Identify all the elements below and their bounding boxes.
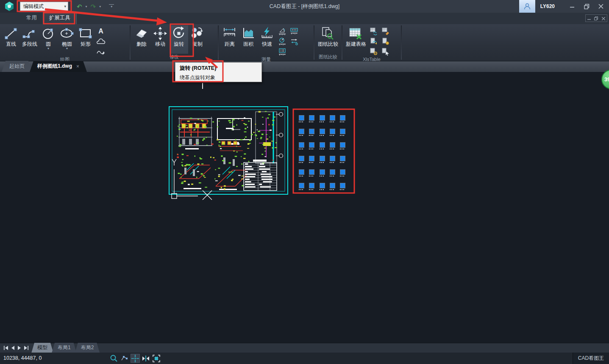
minimize-button[interactable] xyxy=(566,0,578,13)
block-square[interactable] xyxy=(330,183,335,188)
block-square[interactable] xyxy=(299,142,304,148)
status-polyline-icon[interactable] xyxy=(120,354,129,363)
line-button[interactable]: 直线 xyxy=(2,25,20,56)
first-tab-button[interactable] xyxy=(3,344,8,352)
block-square[interactable] xyxy=(320,142,325,148)
app-logo-icon[interactable] xyxy=(0,0,19,13)
block-square[interactable] xyxy=(299,183,304,188)
block-square[interactable] xyxy=(330,142,335,148)
rectangle-button[interactable]: 矩形 xyxy=(76,25,95,56)
status-selection-box-icon[interactable] xyxy=(152,354,161,363)
prev-tab-button[interactable] xyxy=(11,344,15,352)
copy-button[interactable]: 复制 xyxy=(188,25,207,54)
revision-cloud-button[interactable] xyxy=(96,37,106,46)
ribbon-tab-row: 常用 扩展工具 xyxy=(0,13,609,24)
area-button[interactable]: 面积 xyxy=(239,25,258,56)
doc-tab-startpage[interactable]: 起始页 xyxy=(2,61,32,72)
status-zoom-icon[interactable] xyxy=(109,354,119,363)
polyline-button[interactable]: 多段线 xyxy=(20,25,39,56)
block-square[interactable] xyxy=(340,129,345,134)
status-snap-icon[interactable] xyxy=(141,354,150,363)
convert-button[interactable] xyxy=(289,37,299,46)
block-square[interactable] xyxy=(299,169,304,175)
block-square[interactable] xyxy=(309,156,314,161)
angle-measure-button[interactable] xyxy=(277,27,287,36)
undo-button[interactable]: ↶ xyxy=(75,3,83,10)
distance-button[interactable]: 距离 xyxy=(220,25,239,56)
doc-tab-drawing[interactable]: 样例图纸1.dwg × xyxy=(30,61,87,72)
block-square[interactable] xyxy=(330,156,335,161)
block-square[interactable] xyxy=(340,156,345,161)
drawing-canvas[interactable] xyxy=(0,72,609,343)
block-square[interactable] xyxy=(330,169,335,175)
circle-button[interactable]: 圆 ▾ xyxy=(39,25,58,56)
block-square[interactable] xyxy=(320,156,325,161)
last-tab-button[interactable] xyxy=(24,344,29,352)
statusbar: 10238, 44487, 0 CAD看图王 xyxy=(0,353,609,364)
block-square[interactable] xyxy=(330,115,335,121)
erase-button[interactable]: 删除 xyxy=(132,25,151,54)
quick-measure-button[interactable]: 快速 xyxy=(258,25,276,56)
user-avatar-icon[interactable] xyxy=(519,0,535,13)
measure-list-button[interactable] xyxy=(277,47,287,56)
rotate-button[interactable]: 旋转 xyxy=(170,25,188,54)
ellipse-dropdown-icon[interactable]: ▾ xyxy=(66,47,68,50)
mdi-window-buttons xyxy=(585,14,607,22)
doc-tab-close-icon[interactable]: × xyxy=(76,63,79,69)
mdi-close-button[interactable] xyxy=(602,14,605,22)
status-crosshair-icon[interactable] xyxy=(131,354,140,363)
block-square[interactable] xyxy=(299,115,304,121)
leader-line xyxy=(202,83,203,89)
freehand-button[interactable] xyxy=(96,47,106,56)
block-square[interactable] xyxy=(309,183,314,188)
table-settings-button[interactable] xyxy=(369,47,379,56)
block-square[interactable] xyxy=(299,156,304,161)
block-square[interactable] xyxy=(320,169,325,175)
freehand-icon xyxy=(96,48,106,55)
drawing-compare-button[interactable]: 图纸比较 xyxy=(316,25,340,54)
block-square[interactable] xyxy=(340,169,345,175)
layout-tab-layout1[interactable]: 布局1 xyxy=(52,343,77,353)
sheet-coin-button[interactable] xyxy=(381,37,391,46)
block-square[interactable] xyxy=(309,142,314,148)
ruler-button[interactable] xyxy=(289,27,299,36)
block-square[interactable] xyxy=(309,129,314,134)
block-square[interactable] xyxy=(320,129,325,134)
tab-extended-tools[interactable]: 扩展工具 xyxy=(43,12,77,24)
redo-dropdown-icon[interactable]: ▾ xyxy=(98,5,102,8)
block-square[interactable] xyxy=(309,115,314,121)
move-button[interactable]: 移动 xyxy=(151,25,170,54)
layout-tab-model[interactable]: 模型 xyxy=(31,343,53,353)
tab-home[interactable]: 常用 xyxy=(20,12,43,24)
block-square[interactable] xyxy=(299,129,304,134)
radius-measure-button[interactable] xyxy=(277,37,287,46)
mdi-restore-button[interactable] xyxy=(594,14,598,22)
sheet-refresh-button[interactable] xyxy=(369,37,379,46)
block-square[interactable] xyxy=(330,129,335,134)
mode-combo[interactable]: 编辑模式 ▾ xyxy=(20,2,68,11)
block-square[interactable] xyxy=(320,183,325,188)
block-square[interactable] xyxy=(340,115,345,121)
quickaccess-more-icon[interactable]: ▾ xyxy=(109,4,114,8)
ellipse-button[interactable]: 椭圆 ▾ xyxy=(58,25,76,56)
block-square[interactable] xyxy=(340,183,345,188)
redo-button[interactable]: ↷ xyxy=(89,3,97,10)
cursor-select-button[interactable] xyxy=(381,47,391,56)
mdi-minimize-button[interactable] xyxy=(587,14,591,22)
block-square[interactable] xyxy=(340,142,345,148)
new-table-button[interactable]: 新建表格 xyxy=(344,25,368,56)
undo-dropdown-icon[interactable]: ▾ xyxy=(84,5,89,8)
restore-button[interactable] xyxy=(580,0,593,13)
block-square[interactable] xyxy=(320,115,325,121)
text-tool-button[interactable]: A xyxy=(96,27,106,36)
polyline-icon xyxy=(22,26,37,41)
table-edit-button[interactable] xyxy=(381,27,391,36)
table-settings-icon xyxy=(370,47,378,56)
next-tab-button[interactable] xyxy=(17,344,21,352)
close-button[interactable] xyxy=(595,0,607,13)
table-sync-button[interactable] xyxy=(369,27,379,36)
group-measure: 距离 面积 快速 xyxy=(219,24,314,61)
block-square[interactable] xyxy=(309,169,314,175)
circle-dropdown-icon[interactable]: ▾ xyxy=(47,47,49,50)
layout-tab-layout2[interactable]: 布局2 xyxy=(75,343,100,353)
